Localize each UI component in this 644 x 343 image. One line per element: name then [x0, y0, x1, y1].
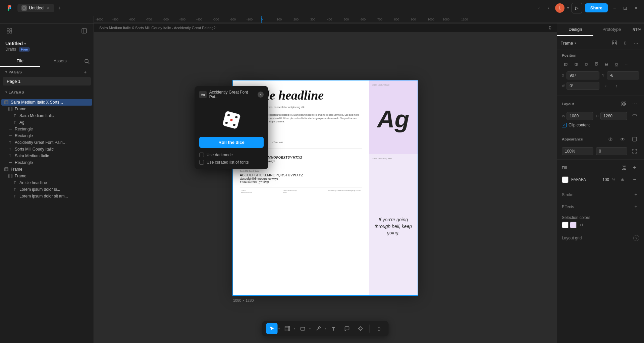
more-options-icon[interactable]: ⋯	[631, 38, 641, 48]
layer-item[interactable]: Rectangle	[1, 126, 92, 132]
layer-item[interactable]: Rectangle	[1, 132, 92, 139]
expand-icon[interactable]	[630, 147, 639, 156]
layer-item[interactable]: TArticle headline	[1, 179, 92, 186]
canvas-content[interactable]: Article headline Lorem ipsum dolor sit a…	[94, 32, 557, 343]
panel-toggle-btn[interactable]	[80, 27, 88, 35]
layers-section-header[interactable]: ▾ Layers	[3, 88, 91, 96]
tool-shape[interactable]	[297, 323, 309, 334]
tool-select[interactable]	[266, 323, 278, 334]
figma-logo[interactable]	[4, 3, 15, 13]
sel-color-white[interactable]	[562, 222, 569, 228]
tab-add-btn[interactable]: +	[56, 4, 64, 12]
align-right-btn[interactable]	[582, 60, 591, 69]
effects-add-btn[interactable]: +	[633, 204, 639, 210]
align-bottom-btn[interactable]	[612, 60, 621, 69]
share-button[interactable]: Share	[585, 3, 608, 12]
sel-color-purple[interactable]	[570, 222, 577, 228]
pages-section-header[interactable]: ▾ Pages +	[3, 67, 91, 77]
align-left-btn[interactable]	[562, 60, 571, 69]
fill-visibility-icon[interactable]	[618, 175, 627, 184]
more-align-btn[interactable]: ⋯	[622, 60, 631, 69]
tab-untitled[interactable]: Untitled ×	[17, 4, 54, 12]
layout-grid-help-btn[interactable]: ?	[633, 235, 639, 241]
darkmode-checkbox[interactable]	[199, 153, 204, 157]
stroke-add-btn[interactable]: +	[633, 191, 639, 198]
layer-item[interactable]: Frame	[1, 106, 92, 112]
curated-option[interactable]: Use curated list of fonts	[199, 160, 264, 165]
popup-close-btn[interactable]: ×	[258, 92, 264, 98]
frame-selector[interactable]: Frame ▾	[560, 41, 576, 46]
layout-options-btn[interactable]	[630, 99, 639, 109]
close-btn[interactable]: ×	[632, 4, 640, 12]
zoom-value[interactable]: 51%	[633, 27, 641, 32]
fill-color-swatch[interactable]	[562, 176, 569, 183]
darkmode-option[interactable]: Use darkmode	[199, 153, 264, 157]
avatar-chevron-icon[interactable]: ▾	[567, 6, 569, 10]
layer-item[interactable]: Frame	[1, 173, 92, 179]
blend-mode-icon[interactable]	[618, 134, 627, 144]
rotation-input[interactable]	[567, 82, 599, 90]
layout-grid-btn[interactable]	[619, 99, 629, 109]
tab-assets[interactable]: Assets	[40, 56, 80, 67]
tab-design[interactable]: Design	[557, 23, 593, 36]
visibility-icon[interactable]	[606, 134, 615, 144]
fill-hex-value[interactable]: FAFAFA	[571, 177, 596, 182]
flip-h-btn[interactable]: ↔	[602, 81, 611, 90]
layer-label: Saira Medium Italic	[19, 113, 54, 118]
layer-item[interactable]: TLorem ipsum dolor si...	[1, 186, 92, 193]
canvas-area[interactable]: Saira Medium Italic X Sorts Mill Goudy I…	[94, 23, 557, 343]
fill-icon[interactable]	[630, 134, 639, 144]
code-view-icon[interactable]: ⟨⟩	[621, 38, 630, 48]
curated-checkbox[interactable]	[199, 160, 204, 165]
layer-item[interactable]: Rectangle	[1, 159, 92, 166]
project-name[interactable]: Untitled ▾	[5, 41, 88, 46]
tab-prototype[interactable]: Prototype	[593, 23, 630, 36]
maximize-btn[interactable]: ⊡	[621, 4, 629, 12]
align-top-btn[interactable]	[592, 60, 601, 69]
layer-item[interactable]: TLorem ipsum dolor sit am...	[1, 193, 92, 199]
tool-components[interactable]	[355, 323, 366, 334]
corner-radius-input[interactable]: 0	[596, 147, 628, 155]
w-input[interactable]	[567, 112, 593, 120]
nav-forward-btn[interactable]: ›	[544, 4, 552, 12]
align-center-h-btn[interactable]	[572, 60, 581, 69]
tool-code[interactable]: ⟨⟩	[373, 323, 385, 334]
x-input[interactable]	[567, 71, 599, 79]
fill-opacity-value[interactable]: 100	[599, 177, 609, 182]
clip-content-checkbox[interactable]: ✓	[562, 123, 567, 127]
clip-content-row[interactable]: ✓ Clip content	[562, 123, 639, 127]
fill-grid-icon[interactable]	[619, 163, 629, 172]
tool-text[interactable]: T	[328, 323, 339, 334]
y-input[interactable]	[607, 71, 639, 79]
grid-view-icon[interactable]	[610, 38, 619, 48]
opacity-input[interactable]: 100%	[562, 147, 593, 155]
flip-v-btn[interactable]: ↕	[612, 81, 621, 90]
tab-file[interactable]: File	[0, 56, 40, 67]
page-1-item[interactable]: Page 1	[3, 77, 91, 85]
play-btn[interactable]: ▷	[572, 3, 582, 13]
sel-more-colors[interactable]: +1	[579, 223, 584, 227]
tool-frame[interactable]	[282, 323, 293, 334]
layer-item[interactable]: TAccidently Great Font Pairing...	[1, 139, 92, 146]
fill-add-btn[interactable]: +	[630, 163, 639, 172]
tool-pen[interactable]	[313, 323, 324, 334]
layer-item[interactable]: Saira Medium Italic X Sorts Mill G...	[1, 99, 92, 106]
fill-minus-btn[interactable]: −	[630, 175, 639, 184]
layer-item[interactable]: TSaira Medium Italic	[1, 153, 92, 159]
tab-close-btn[interactable]: ×	[46, 6, 50, 10]
layer-item[interactable]: TSaira Medium Italic	[1, 112, 92, 119]
search-btn[interactable]	[80, 56, 94, 67]
nav-back-btn[interactable]: ‹	[535, 4, 543, 12]
layer-item[interactable]: TAg	[1, 119, 92, 126]
align-center-v-btn[interactable]	[602, 60, 611, 69]
h-input[interactable]	[600, 112, 627, 120]
roll-dice-button[interactable]: Roll the dice	[199, 137, 264, 148]
constrain-proportions-btn[interactable]	[630, 111, 639, 121]
tool-comment[interactable]	[341, 323, 353, 334]
layer-item[interactable]: TSorts Mill Goudy Italic	[1, 146, 92, 153]
grid-icon[interactable]	[5, 27, 13, 35]
minimize-btn[interactable]: −	[610, 4, 619, 12]
pages-add-btn[interactable]: +	[82, 69, 88, 75]
layer-item[interactable]: Frame	[1, 166, 92, 173]
avatar[interactable]: L	[555, 3, 565, 13]
